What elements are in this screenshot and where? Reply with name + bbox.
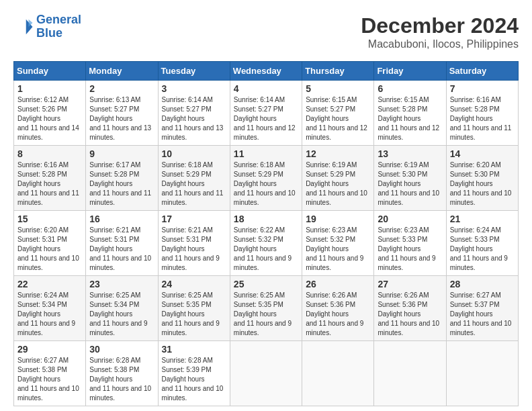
day-number: 21 bbox=[450, 214, 515, 224]
calendar-day-cell: 24 Sunrise: 6:25 AM Sunset: 5:35 PM Dayl… bbox=[158, 276, 230, 341]
logo-text: General Blue bbox=[36, 13, 81, 40]
day-info: Sunrise: 6:14 AM Sunset: 5:27 PM Dayligh… bbox=[234, 95, 298, 142]
day-number: 26 bbox=[306, 279, 370, 289]
day-number: 16 bbox=[89, 214, 154, 224]
day-info: Sunrise: 6:22 AM Sunset: 5:32 PM Dayligh… bbox=[234, 226, 298, 273]
day-info: Sunrise: 6:14 AM Sunset: 5:27 PM Dayligh… bbox=[162, 95, 226, 142]
page-container: General Blue December 2024 Macabuboni, I… bbox=[13, 13, 519, 406]
calendar-week-row: 8 Sunrise: 6:16 AM Sunset: 5:28 PM Dayli… bbox=[14, 146, 519, 211]
day-number: 7 bbox=[450, 83, 515, 94]
calendar-day-cell: 28 Sunrise: 6:27 AM Sunset: 5:37 PM Dayl… bbox=[446, 276, 518, 341]
day-info: Sunrise: 6:23 AM Sunset: 5:33 PM Dayligh… bbox=[378, 226, 442, 273]
day-number: 1 bbox=[17, 83, 82, 94]
title-section: December 2024 Macabuboni, Ilocos, Philip… bbox=[361, 13, 519, 50]
calendar-header: SundayMondayTuesdayWednesdayThursdayFrid… bbox=[14, 62, 519, 81]
calendar-day-cell: 15 Sunrise: 6:20 AM Sunset: 5:31 PM Dayl… bbox=[14, 211, 86, 276]
day-info: Sunrise: 6:26 AM Sunset: 5:36 PM Dayligh… bbox=[306, 291, 370, 338]
calendar-day-cell: 20 Sunrise: 6:23 AM Sunset: 5:33 PM Dayl… bbox=[374, 211, 446, 276]
calendar-day-cell bbox=[302, 341, 374, 406]
day-info: Sunrise: 6:17 AM Sunset: 5:28 PM Dayligh… bbox=[89, 161, 154, 208]
day-info: Sunrise: 6:21 AM Sunset: 5:31 PM Dayligh… bbox=[89, 226, 154, 273]
calendar-day-cell: 14 Sunrise: 6:20 AM Sunset: 5:30 PM Dayl… bbox=[446, 146, 518, 211]
day-info: Sunrise: 6:20 AM Sunset: 5:30 PM Dayligh… bbox=[450, 161, 515, 208]
day-info: Sunrise: 6:28 AM Sunset: 5:39 PM Dayligh… bbox=[162, 356, 226, 403]
day-info: Sunrise: 6:20 AM Sunset: 5:31 PM Dayligh… bbox=[17, 226, 82, 273]
calendar-day-cell: 4 Sunrise: 6:14 AM Sunset: 5:27 PM Dayli… bbox=[230, 81, 302, 146]
calendar-body: 1 Sunrise: 6:12 AM Sunset: 5:26 PM Dayli… bbox=[14, 81, 519, 406]
day-number: 14 bbox=[450, 148, 515, 159]
day-info: Sunrise: 6:23 AM Sunset: 5:32 PM Dayligh… bbox=[306, 226, 370, 273]
calendar-day-cell: 10 Sunrise: 6:18 AM Sunset: 5:29 PM Dayl… bbox=[158, 146, 230, 211]
calendar-day-cell bbox=[446, 341, 518, 406]
weekday-header-row: SundayMondayTuesdayWednesdayThursdayFrid… bbox=[14, 62, 519, 81]
day-number: 12 bbox=[306, 148, 370, 159]
day-info: Sunrise: 6:16 AM Sunset: 5:28 PM Dayligh… bbox=[450, 95, 515, 142]
day-info: Sunrise: 6:16 AM Sunset: 5:28 PM Dayligh… bbox=[17, 161, 82, 208]
day-info: Sunrise: 6:27 AM Sunset: 5:38 PM Dayligh… bbox=[17, 356, 82, 403]
day-number: 24 bbox=[162, 279, 226, 289]
day-number: 25 bbox=[234, 279, 298, 289]
day-info: Sunrise: 6:25 AM Sunset: 5:35 PM Dayligh… bbox=[162, 291, 226, 338]
calendar-day-cell: 9 Sunrise: 6:17 AM Sunset: 5:28 PM Dayli… bbox=[86, 146, 158, 211]
weekday-header-saturday: Saturday bbox=[446, 62, 518, 81]
day-number: 18 bbox=[234, 214, 298, 224]
day-number: 19 bbox=[306, 214, 370, 224]
calendar-day-cell: 18 Sunrise: 6:22 AM Sunset: 5:32 PM Dayl… bbox=[230, 211, 302, 276]
day-info: Sunrise: 6:24 AM Sunset: 5:34 PM Dayligh… bbox=[17, 291, 82, 338]
day-info: Sunrise: 6:18 AM Sunset: 5:29 PM Dayligh… bbox=[162, 161, 226, 208]
day-info: Sunrise: 6:28 AM Sunset: 5:38 PM Dayligh… bbox=[89, 356, 154, 403]
day-info: Sunrise: 6:12 AM Sunset: 5:26 PM Dayligh… bbox=[17, 95, 82, 142]
day-info: Sunrise: 6:13 AM Sunset: 5:27 PM Dayligh… bbox=[89, 95, 154, 142]
logo: General Blue bbox=[13, 13, 81, 40]
calendar-day-cell bbox=[230, 341, 302, 406]
calendar-day-cell: 2 Sunrise: 6:13 AM Sunset: 5:27 PM Dayli… bbox=[86, 81, 158, 146]
calendar-day-cell: 5 Sunrise: 6:15 AM Sunset: 5:27 PM Dayli… bbox=[302, 81, 374, 146]
calendar-day-cell: 29 Sunrise: 6:27 AM Sunset: 5:38 PM Dayl… bbox=[14, 341, 86, 406]
calendar-week-row: 22 Sunrise: 6:24 AM Sunset: 5:34 PM Dayl… bbox=[14, 276, 519, 341]
calendar-day-cell: 25 Sunrise: 6:25 AM Sunset: 5:35 PM Dayl… bbox=[230, 276, 302, 341]
day-number: 9 bbox=[89, 148, 154, 159]
day-number: 4 bbox=[234, 83, 298, 94]
month-title: December 2024 bbox=[361, 13, 519, 38]
day-number: 10 bbox=[162, 148, 226, 159]
calendar-week-row: 29 Sunrise: 6:27 AM Sunset: 5:38 PM Dayl… bbox=[14, 341, 519, 406]
day-number: 13 bbox=[378, 148, 442, 159]
day-number: 22 bbox=[17, 279, 82, 289]
day-number: 6 bbox=[378, 83, 442, 94]
calendar-day-cell: 12 Sunrise: 6:19 AM Sunset: 5:29 PM Dayl… bbox=[302, 146, 374, 211]
calendar-day-cell: 3 Sunrise: 6:14 AM Sunset: 5:27 PM Dayli… bbox=[158, 81, 230, 146]
day-number: 29 bbox=[17, 344, 82, 355]
day-info: Sunrise: 6:15 AM Sunset: 5:27 PM Dayligh… bbox=[306, 95, 370, 142]
weekday-header-monday: Monday bbox=[86, 62, 158, 81]
calendar-table: SundayMondayTuesdayWednesdayThursdayFrid… bbox=[13, 61, 519, 406]
location-title: Macabuboni, Ilocos, Philippines bbox=[361, 38, 519, 50]
day-info: Sunrise: 6:26 AM Sunset: 5:36 PM Dayligh… bbox=[378, 291, 442, 338]
calendar-day-cell: 31 Sunrise: 6:28 AM Sunset: 5:39 PM Dayl… bbox=[158, 341, 230, 406]
day-number: 28 bbox=[450, 279, 515, 289]
weekday-header-thursday: Thursday bbox=[302, 62, 374, 81]
calendar-day-cell: 22 Sunrise: 6:24 AM Sunset: 5:34 PM Dayl… bbox=[14, 276, 86, 341]
day-number: 20 bbox=[378, 214, 442, 224]
day-number: 2 bbox=[89, 83, 154, 94]
header: General Blue December 2024 Macabuboni, I… bbox=[13, 13, 519, 50]
day-info: Sunrise: 6:19 AM Sunset: 5:29 PM Dayligh… bbox=[306, 161, 370, 208]
day-number: 8 bbox=[17, 148, 82, 159]
day-number: 15 bbox=[17, 214, 82, 224]
logo-line2: Blue bbox=[36, 26, 62, 40]
calendar-day-cell: 17 Sunrise: 6:21 AM Sunset: 5:31 PM Dayl… bbox=[158, 211, 230, 276]
day-info: Sunrise: 6:27 AM Sunset: 5:37 PM Dayligh… bbox=[450, 291, 515, 338]
day-number: 23 bbox=[89, 279, 154, 289]
calendar-day-cell: 30 Sunrise: 6:28 AM Sunset: 5:38 PM Dayl… bbox=[86, 341, 158, 406]
calendar-day-cell: 6 Sunrise: 6:15 AM Sunset: 5:28 PM Dayli… bbox=[374, 81, 446, 146]
calendar-day-cell: 19 Sunrise: 6:23 AM Sunset: 5:32 PM Dayl… bbox=[302, 211, 374, 276]
calendar-day-cell: 26 Sunrise: 6:26 AM Sunset: 5:36 PM Dayl… bbox=[302, 276, 374, 341]
calendar-day-cell: 27 Sunrise: 6:26 AM Sunset: 5:36 PM Dayl… bbox=[374, 276, 446, 341]
weekday-header-sunday: Sunday bbox=[14, 62, 86, 81]
calendar-day-cell bbox=[374, 341, 446, 406]
calendar-week-row: 15 Sunrise: 6:20 AM Sunset: 5:31 PM Dayl… bbox=[14, 211, 519, 276]
day-info: Sunrise: 6:19 AM Sunset: 5:30 PM Dayligh… bbox=[378, 161, 442, 208]
day-info: Sunrise: 6:18 AM Sunset: 5:29 PM Dayligh… bbox=[234, 161, 298, 208]
day-info: Sunrise: 6:21 AM Sunset: 5:31 PM Dayligh… bbox=[162, 226, 226, 273]
logo-line1: General bbox=[36, 13, 81, 26]
day-number: 5 bbox=[306, 83, 370, 94]
